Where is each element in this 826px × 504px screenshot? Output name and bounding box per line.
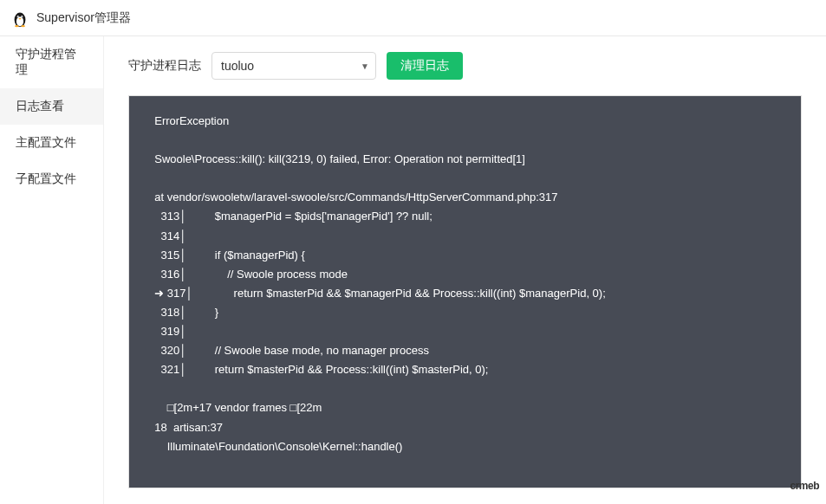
svg-point-5: [22, 16, 23, 16]
toolbar-label: 守护进程日志: [128, 58, 201, 74]
log-content[interactable]: ErrorException Swoole\Process::kill(): k…: [129, 96, 801, 488]
clear-log-button[interactable]: 清理日志: [387, 52, 463, 80]
header: Supervisor管理器: [0, 0, 826, 36]
penguin-logo-icon: [10, 9, 29, 28]
sidebar-item-main-config[interactable]: 主配置文件: [0, 125, 103, 161]
header-title: Supervisor管理器: [36, 10, 131, 26]
toolbar: 守护进程日志 tuoluo ▼ 清理日志: [128, 52, 802, 80]
main-content: 守护进程日志 tuoluo ▼ 清理日志 ErrorException Swoo…: [104, 36, 826, 504]
svg-point-4: [17, 16, 18, 16]
container: 守护进程管理 日志查看 主配置文件 子配置文件 守护进程日志 tuoluo ▼ …: [0, 36, 826, 504]
brand-label: crmeb: [790, 480, 819, 492]
sidebar-item-sub-config[interactable]: 子配置文件: [0, 161, 103, 197]
svg-point-7: [21, 25, 25, 27]
sidebar-item-logs[interactable]: 日志查看: [0, 88, 103, 125]
svg-point-6: [15, 25, 19, 27]
sidebar: 守护进程管理 日志查看 主配置文件 子配置文件: [0, 36, 104, 504]
sidebar-item-process[interactable]: 守护进程管理: [0, 36, 103, 88]
svg-point-1: [16, 16, 23, 26]
log-wrapper: ErrorException Swoole\Process::kill(): k…: [128, 95, 802, 488]
select-wrap: tuoluo ▼: [211, 52, 376, 80]
log-select[interactable]: tuoluo: [211, 52, 376, 80]
